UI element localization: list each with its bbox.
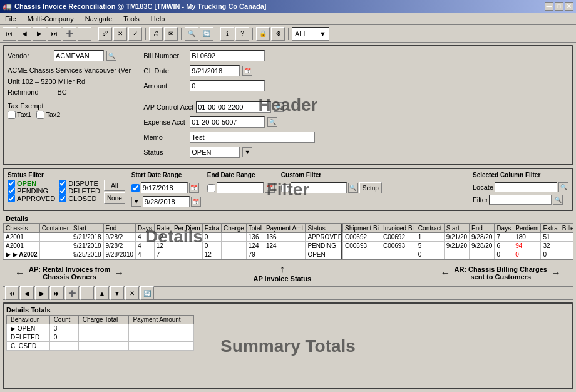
table-row[interactable]: C00692 C00692 1 9/21/20 9/28/20 7 180 51… [343,233,573,242]
table-row[interactable]: A2001 9/21/2018 9/28/2 4 12 0 136 136 AP… [4,233,342,242]
bottom-add-button[interactable]: ➕ [65,286,79,300]
tax2-checkbox[interactable] [36,111,44,119]
dispute-checkbox[interactable] [59,180,66,187]
cancel-button[interactable]: ✕ [113,27,127,41]
none-button[interactable]: None [104,192,125,204]
approved-checkbox[interactable] [8,195,15,202]
menu-multicompany[interactable]: Multi-Company [25,14,76,24]
open-checkbox[interactable] [8,180,15,187]
end-date-picker-button[interactable]: 📅 [265,183,275,193]
closed-checkbox[interactable] [59,195,66,202]
custom-filter-lookup-button[interactable]: 🔍 [348,183,358,193]
help-button[interactable]: ? [235,27,249,41]
custom-filter-checkbox[interactable] [281,184,289,192]
filter-go-button[interactable]: 🔍 [553,195,563,205]
edit-button[interactable]: 🖊 [98,27,112,41]
summary-row[interactable]: CLOSED [7,342,194,351]
locate-input[interactable] [495,182,557,192]
nav-first-button[interactable]: ⏮ [3,27,16,41]
start-date-input[interactable] [141,182,188,193]
table-row[interactable]: C00693 C00693 5 9/21/20 9/28/20 6 94 32 … [343,242,573,250]
status-label: Status [143,148,187,156]
summary-row[interactable]: ▶ OPEN 3 [7,324,194,333]
nav-prev-button[interactable]: ◀ [18,27,31,41]
bottom-cancel-button[interactable]: ✕ [125,286,139,300]
email-button[interactable]: ✉ [164,27,178,41]
summary-row[interactable]: DELETED 0 [7,333,194,342]
ar-left-arrow-icon: ← [440,267,450,279]
cell-extra: 0 [202,233,221,242]
tax2-checkbox-label[interactable]: Tax2 [36,111,60,119]
filter-input[interactable] [489,195,552,205]
status-input[interactable] [190,147,240,158]
bottom-refresh-button[interactable]: 🔄 [140,286,154,300]
start-date-checkbox[interactable] [131,184,140,192]
start-date-picker-button[interactable]: 📅 [189,183,199,193]
maximize-button[interactable]: □ [555,2,563,11]
details-title: Details [3,214,573,224]
selected-column-filter-title: Selected Column Filter [473,172,568,178]
bottom-delete-button[interactable]: — [80,286,94,300]
tax1-checkbox[interactable] [8,111,16,119]
close-button[interactable]: ✕ [565,2,573,11]
menu-navigate[interactable]: Navigate [83,14,115,24]
custom-filter-input[interactable] [291,182,347,193]
table-row-selected[interactable]: ▶ A2002 9/25/2018 9/28/2010 4 7 12 79 OP… [4,250,342,259]
ap-invoice-status-text: ↑ AP Invoice Status [253,264,311,282]
cell-shipment-bi: C00692 [343,233,381,242]
deleted-checkbox[interactable] [59,187,66,195]
end-date-checkbox[interactable] [207,184,215,192]
main-toolbar: ⏮ ◀ ▶ ⏭ ➕ — 🖊 ✕ ✓ 🖨 ✉ 🔍 🔄 ℹ ? 🔒 ⚙ ALL ▼ [0,25,576,43]
filter-dropdown[interactable]: ALL ▼ [292,27,329,41]
bottom-first-button[interactable]: ⏮ [5,286,19,300]
bottom-up-button[interactable]: ▲ [95,286,109,300]
memo-input[interactable] [190,132,315,143]
memo-group: Memo [143,132,315,143]
gl-date-picker-button[interactable]: 📅 [242,66,252,76]
info-button[interactable]: ℹ [220,27,234,41]
minimize-button[interactable]: — [545,2,553,11]
search-button[interactable]: 🔍 [185,27,198,41]
amount-group: Amount [143,80,315,91]
all-button[interactable]: All [104,180,125,191]
cell-payment-amt [264,250,305,259]
gl-date-input[interactable] [190,65,240,76]
delete-button[interactable]: — [78,27,91,41]
bill-number-input[interactable] [190,50,265,61]
bottom-next-button[interactable]: ▶ [35,286,49,300]
add-button[interactable]: ➕ [63,27,76,41]
cell-perdiem [172,233,202,242]
bottom-down-button[interactable]: ▼ [110,286,124,300]
print-button[interactable]: 🖨 [149,27,163,41]
nav-next-button[interactable]: ▶ [33,27,46,41]
table-row[interactable]: 0 0 0 0 0 [343,250,573,259]
menu-help[interactable]: Help [148,14,168,24]
lock-button[interactable]: 🔒 [256,27,270,41]
nav-last-button[interactable]: ⏭ [48,27,61,41]
end-date-start-input[interactable] [217,182,264,193]
menu-tools[interactable]: Tools [121,14,142,24]
status-dropdown-button[interactable]: ▼ [242,147,252,157]
expense-acct-lookup-button[interactable]: 🔍 [267,117,277,127]
pending-checkbox[interactable] [8,187,15,195]
menu-file[interactable]: File [3,14,19,24]
deleted-checkbox-row: DELETED [59,187,100,195]
refresh-button[interactable]: 🔄 [200,27,213,41]
table-row[interactable]: A2001 9/21/2018 9/28/2 4 12 0 124 124 PE… [4,242,342,250]
ap-control-input[interactable] [196,101,271,113]
setup-button[interactable]: Setup [359,182,382,193]
expense-acct-input[interactable] [190,116,265,128]
start-date-end-picker-button[interactable]: 📅 [191,197,201,207]
start-date-end-input[interactable] [143,196,190,207]
settings-button[interactable]: ⚙ [271,27,285,41]
vendor-lookup-button[interactable]: 🔍 [106,51,116,61]
vendor-input[interactable] [54,50,104,61]
save-button[interactable]: ✓ [128,27,142,41]
bottom-prev-button[interactable]: ◀ [20,286,34,300]
tax1-checkbox-label[interactable]: Tax1 [8,111,31,119]
ap-control-lookup-button[interactable]: 🔍 [274,102,284,112]
amount-input[interactable] [190,80,265,91]
start-date-nav-button[interactable]: ▼ [131,197,141,207]
bottom-last-button[interactable]: ⏭ [50,286,64,300]
locate-button[interactable]: 🔍 [558,182,568,192]
